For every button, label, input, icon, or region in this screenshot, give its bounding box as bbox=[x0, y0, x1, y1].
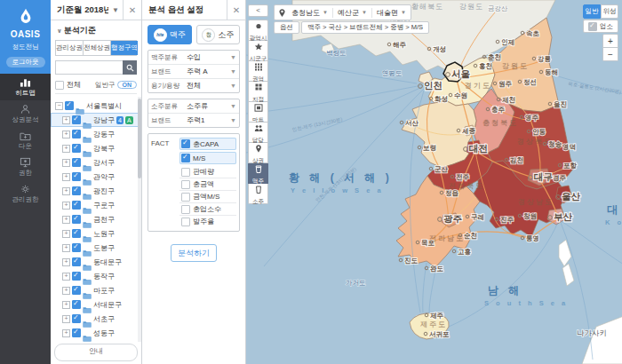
tree-item-서초구[interactable]: +서초구 bbox=[51, 312, 141, 326]
sidebar-item-권한[interactable]: 권한 bbox=[0, 154, 51, 180]
month-dropdown-caret[interactable]: ▼ bbox=[108, 6, 123, 14]
tree-item-노원구[interactable]: +노원구 bbox=[51, 226, 141, 241]
tree-item-구로구[interactable]: +구로구 bbox=[51, 198, 141, 212]
location-select-대술면[interactable]: 대술면▼ bbox=[372, 8, 411, 18]
option-select-소주분류[interactable]: 소주분류소주류▼ bbox=[148, 99, 239, 114]
tree-checkbox[interactable] bbox=[72, 172, 81, 181]
tree-expander-icon[interactable]: + bbox=[62, 145, 70, 153]
liquor-tab-소주[interactable]: 참소주 bbox=[196, 25, 241, 44]
tree-expander-icon[interactable]: + bbox=[62, 159, 70, 167]
tree-expander-icon[interactable]: + bbox=[62, 244, 70, 252]
store-overlay-checkbox[interactable] bbox=[588, 22, 597, 31]
options-panel-close-icon[interactable]: ✕ bbox=[227, 0, 245, 20]
tree-expander-icon[interactable]: + bbox=[62, 230, 70, 238]
tree-item-강동구[interactable]: +강동구 bbox=[51, 127, 141, 141]
tree-item-서대문구[interactable]: +서대문구 bbox=[51, 297, 141, 312]
tree-checkbox[interactable] bbox=[72, 286, 81, 295]
tree-item-도봉구[interactable]: +도봉구 bbox=[51, 241, 141, 255]
fact-option-총업소수[interactable]: 총업소수 bbox=[179, 203, 236, 216]
fact-checkbox[interactable] bbox=[181, 154, 190, 162]
criteria-tab-관리상권[interactable]: 관리상권 bbox=[56, 41, 84, 55]
tree-expander-icon[interactable]: + bbox=[62, 273, 70, 281]
fact-option-금액M/S[interactable]: 금액M/S bbox=[179, 191, 236, 203]
tree-checkbox[interactable] bbox=[72, 272, 81, 281]
tree-expander-icon[interactable]: + bbox=[62, 315, 70, 323]
zoom-in-button[interactable]: + bbox=[602, 34, 618, 48]
tree-item-관악구[interactable]: +관악구 bbox=[51, 170, 141, 184]
tree-checkbox[interactable] bbox=[72, 130, 81, 138]
liquor-tab-맥주[interactable]: hite맥주 bbox=[148, 25, 192, 44]
tree-checkbox[interactable] bbox=[72, 300, 81, 309]
criteria-panel-close-icon[interactable]: ✕ bbox=[123, 0, 141, 20]
tree-expander-icon[interactable]: + bbox=[62, 329, 70, 337]
tree-expander-icon[interactable]: + bbox=[62, 131, 70, 138]
fact-option-발주율[interactable]: 발주율 bbox=[179, 216, 236, 227]
map-view-일반[interactable]: 일반 bbox=[583, 4, 601, 19]
tree-checkbox[interactable] bbox=[72, 144, 81, 153]
tree-checkbox[interactable] bbox=[72, 186, 81, 195]
tree-checkbox[interactable] bbox=[72, 115, 81, 124]
fact-checkbox[interactable] bbox=[181, 168, 190, 177]
option-select-브랜드[interactable]: 브랜드주력1▼ bbox=[148, 114, 239, 127]
tree-expander-icon[interactable]: − bbox=[55, 102, 63, 110]
tree-checkbox[interactable] bbox=[65, 101, 74, 110]
tree-checkbox[interactable] bbox=[72, 328, 81, 337]
region-search-input[interactable] bbox=[55, 60, 123, 75]
sidebar-item-다운[interactable]: 다운 bbox=[0, 127, 51, 154]
tree-expander-icon[interactable]: + bbox=[62, 173, 70, 181]
logout-button[interactable]: 로그아웃 bbox=[6, 57, 45, 67]
fact-option-총금액[interactable]: 총금액 bbox=[179, 178, 236, 191]
zoom-out-button[interactable]: − bbox=[602, 48, 618, 61]
tree-checkbox[interactable] bbox=[72, 158, 81, 167]
tree-checkbox[interactable] bbox=[72, 215, 81, 224]
store-overlay-toggle[interactable]: 업소 bbox=[583, 20, 618, 33]
fact-checkbox[interactable] bbox=[181, 193, 190, 202]
analyze-button[interactable]: 분석하기 bbox=[171, 244, 217, 262]
tree-item-동대문구[interactable]: +동대문구 bbox=[51, 255, 141, 269]
tree-item-금천구[interactable]: +금천구 bbox=[51, 212, 141, 226]
tree-checkbox[interactable] bbox=[72, 201, 81, 210]
fact-option-판매량[interactable]: 판매량 bbox=[179, 166, 236, 178]
tree-scrollbar[interactable] bbox=[138, 97, 141, 342]
tree-item-강북구[interactable]: +강북구 bbox=[51, 141, 141, 155]
fact-checkbox[interactable] bbox=[181, 218, 190, 226]
tree-checkbox[interactable] bbox=[72, 257, 81, 266]
tree-expander-icon[interactable]: + bbox=[62, 301, 70, 309]
tree-item-광진구[interactable]: +광진구 bbox=[51, 184, 141, 198]
search-button[interactable] bbox=[123, 60, 137, 75]
location-select-충청남도[interactable]: 충청남도▼ bbox=[287, 8, 333, 18]
tree-item-세종특별자치시[interactable]: +세종특별자치시 bbox=[51, 340, 141, 342]
map-layer-소주[interactable]: 소주 bbox=[248, 184, 268, 204]
select-all-checkbox[interactable] bbox=[55, 81, 64, 90]
tree-item-동작구[interactable]: +동작구 bbox=[51, 269, 141, 283]
sidebar-item-관리권한[interactable]: 관리권한 bbox=[0, 180, 51, 207]
tree-item-강남구[interactable]: +강남구4A bbox=[51, 113, 141, 127]
tree-expander-icon[interactable]: + bbox=[62, 287, 70, 295]
option-tag[interactable]: 옵션 bbox=[274, 21, 299, 34]
tree-item-마포구[interactable]: +마포구 bbox=[51, 283, 141, 297]
tree-item-성동구[interactable]: +성동구 bbox=[51, 326, 141, 340]
guide-button[interactable]: 안내 bbox=[54, 344, 138, 361]
option-select-맥주분류[interactable]: 맥주분류수입▼ bbox=[148, 51, 239, 65]
tree-checkbox[interactable] bbox=[72, 229, 81, 238]
district-toggle[interactable]: ON bbox=[117, 81, 138, 89]
tree-checkbox[interactable] bbox=[72, 243, 81, 252]
option-select-용기/용량[interactable]: 용기/용량전체▼ bbox=[148, 79, 239, 92]
criteria-tab-전체상권[interactable]: 전체상권 bbox=[84, 41, 111, 55]
location-select-예산군[interactable]: 예산군▼ bbox=[333, 8, 372, 18]
tree-item-강서구[interactable]: +강서구 bbox=[51, 155, 141, 170]
toolbar-collapse-button[interactable]: < bbox=[248, 4, 268, 17]
tree-expander-icon[interactable]: + bbox=[62, 202, 70, 210]
criteria-tab-행정구역[interactable]: 행정구역 bbox=[111, 41, 138, 55]
sidebar-item-상권분석[interactable]: 상권분석 bbox=[0, 100, 51, 127]
fact-checkbox[interactable] bbox=[181, 139, 190, 148]
tree-checkbox[interactable] bbox=[72, 314, 81, 323]
tree-expander-icon[interactable]: + bbox=[62, 258, 70, 266]
fact-checkbox[interactable] bbox=[181, 180, 190, 189]
fact-checkbox[interactable] bbox=[181, 205, 190, 214]
sidebar-item-히트맵[interactable]: 히트맵 bbox=[0, 74, 51, 100]
tree-expander-icon[interactable]: + bbox=[62, 187, 70, 195]
option-select-브랜드[interactable]: 브랜드주력 A▼ bbox=[148, 65, 239, 79]
map-view-위성[interactable]: 위성 bbox=[601, 4, 618, 19]
tree-expander-icon[interactable]: + bbox=[62, 216, 70, 224]
